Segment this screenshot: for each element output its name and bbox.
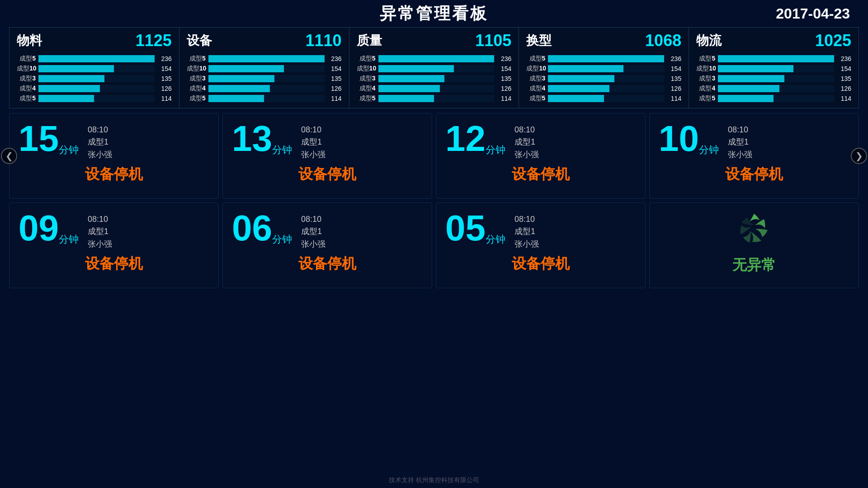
card-time-display: 09 分钟	[19, 210, 79, 246]
card-status: 设备停机	[19, 254, 209, 274]
bar-row: 成型4 126	[526, 84, 681, 93]
bar-container	[38, 95, 155, 102]
cards-row-1: ❮ 15 分钟 08:10 成型1 张小强 设备停机 13 分钟	[9, 113, 859, 199]
bar-name: 成型10	[357, 65, 376, 73]
stat-header: 物料 1125	[17, 31, 172, 50]
bar-fill	[38, 65, 114, 72]
bar-fill	[378, 95, 434, 102]
anomaly-card: 05 分钟 08:10 成型1 张小强 设备停机	[436, 202, 646, 288]
bar-name: 成型4	[357, 84, 376, 93]
card-person: 张小强	[728, 149, 752, 160]
bar-fill	[718, 85, 779, 92]
card-line: 成型1	[88, 136, 112, 147]
card-line: 成型1	[301, 226, 326, 237]
card-unit: 分钟	[699, 143, 719, 157]
bar-name: 成型4	[17, 84, 36, 93]
card-time: 08:10	[514, 215, 539, 224]
bar-name: 成型5	[696, 55, 715, 63]
bar-row: 成型5 236	[17, 55, 172, 63]
bar-row: 成型4 126	[696, 84, 851, 93]
bar-row: 成型4 126	[357, 84, 512, 93]
bar-container	[208, 95, 325, 102]
bar-row: 成型3 135	[357, 75, 512, 83]
card-top: 09 分钟 08:10 成型1 张小强	[19, 210, 209, 249]
bar-fill	[718, 75, 784, 82]
bar-row: 成型5 236	[357, 55, 512, 63]
card-minutes: 09	[19, 210, 59, 246]
card-minutes: 05	[445, 210, 486, 246]
nav-left-button[interactable]: ❮	[1, 148, 17, 164]
bar-row: 成型5 114	[696, 94, 851, 103]
anomaly-card: 09 分钟 08:10 成型1 张小强 设备停机	[9, 202, 219, 288]
bar-container	[38, 55, 155, 62]
card-unit: 分钟	[272, 233, 292, 246]
bar-name: 成型5	[696, 94, 715, 103]
card-unit: 分钟	[486, 233, 505, 246]
card-info: 08:10 成型1 张小强	[301, 215, 326, 249]
bar-count: 154	[497, 65, 511, 72]
card-person: 张小强	[514, 239, 539, 249]
card-line: 成型1	[88, 226, 112, 237]
bar-row: 成型10 154	[357, 65, 512, 73]
card-status: 设备停机	[659, 164, 849, 184]
anomaly-card: 06 分钟 08:10 成型1 张小强 设备停机	[222, 202, 432, 288]
card-top: 10 分钟 08:10 成型1 张小强	[659, 121, 849, 160]
card-time: 08:10	[88, 215, 112, 224]
bar-container	[548, 85, 664, 92]
bar-name: 成型3	[17, 75, 36, 83]
stat-section-0: 物料 1125 成型5 236 成型10 154 成型3	[9, 28, 179, 108]
bar-name: 成型3	[696, 75, 715, 83]
stat-value: 1105	[475, 31, 511, 50]
bar-row: 成型5 236	[187, 55, 342, 63]
stat-label: 换型	[526, 32, 552, 49]
stat-section-2: 质量 1105 成型5 236 成型10 154 成型3	[349, 28, 519, 108]
card-time-display: 10 分钟	[659, 121, 719, 157]
bar-count: 236	[327, 55, 342, 62]
bar-count: 236	[667, 55, 681, 62]
bar-count: 236	[497, 55, 511, 62]
card-line: 成型1	[728, 136, 752, 147]
bar-container	[548, 95, 664, 102]
stat-header: 换型 1068	[526, 31, 681, 50]
bar-name: 成型5	[17, 94, 36, 103]
page-title: 异常管理看板	[380, 3, 488, 25]
nav-right-button[interactable]: ❯	[851, 148, 867, 164]
cards-row-2: 09 分钟 08:10 成型1 张小强 设备停机 06 分钟 08:10 成型1	[9, 202, 859, 288]
bar-container	[208, 65, 325, 72]
bar-count: 135	[667, 75, 681, 82]
card-unit: 分钟	[59, 233, 79, 246]
card-line: 成型1	[514, 226, 539, 237]
bar-row: 成型5 114	[187, 94, 342, 103]
bar-count: 114	[667, 95, 681, 102]
bar-container	[718, 65, 834, 72]
bar-name: 成型4	[526, 84, 545, 93]
bar-fill	[208, 75, 274, 82]
stat-section-1: 设备 1110 成型5 236 成型10 154 成型3	[179, 28, 349, 108]
bar-name: 成型10	[187, 65, 206, 73]
card-status: 无异常	[659, 255, 849, 275]
stat-header: 质量 1105	[357, 31, 512, 50]
bar-fill	[378, 65, 454, 72]
card-unit: 分钟	[272, 143, 292, 157]
bar-name: 成型5	[187, 94, 206, 103]
bar-fill	[208, 55, 325, 62]
card-person: 张小强	[88, 239, 112, 249]
bar-row: 成型5 114	[17, 94, 172, 103]
anomaly-card: 13 分钟 08:10 成型1 张小强 设备停机	[222, 113, 432, 199]
bar-row: 成型5 114	[526, 94, 681, 103]
bar-name: 成型3	[187, 75, 206, 83]
bar-count: 114	[327, 95, 342, 102]
bar-count: 126	[667, 85, 681, 92]
card-top: 05 分钟 08:10 成型1 张小强	[445, 210, 636, 249]
card-person: 张小强	[301, 239, 326, 249]
card-info: 08:10 成型1 张小强	[88, 125, 112, 160]
bar-row: 成型5 236	[696, 55, 851, 63]
bar-row: 成型10 154	[696, 65, 851, 73]
bar-row: 成型5 114	[357, 94, 512, 103]
card-top: 06 分钟 08:10 成型1 张小强	[232, 210, 423, 249]
bar-fill	[718, 95, 774, 102]
bar-row: 成型4 126	[17, 84, 172, 93]
card-minutes: 06	[232, 210, 272, 246]
cards-section: ❮ 15 分钟 08:10 成型1 张小强 设备停机 13 分钟	[9, 113, 859, 288]
card-status: 设备停机	[445, 254, 636, 274]
